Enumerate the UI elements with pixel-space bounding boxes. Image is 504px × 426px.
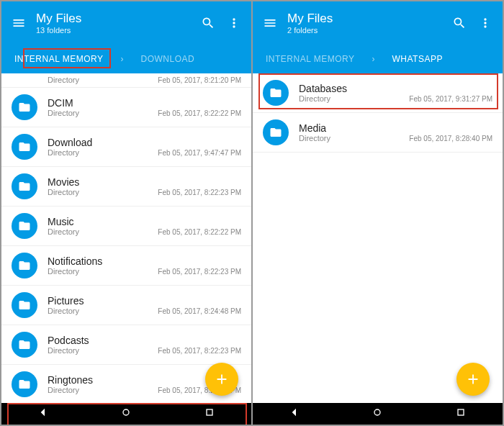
overflow-icon[interactable]: [477, 14, 494, 32]
overflow-icon[interactable]: [225, 14, 243, 32]
hamburger-icon[interactable]: [10, 14, 27, 32]
fab-add-button[interactable]: [456, 363, 490, 396]
item-timestamp: Feb 05, 2017, 9:31:27 PM: [409, 95, 492, 103]
svg-point-0: [123, 409, 129, 415]
list-item[interactable]: MediaDirectoryFeb 05, 2017, 8:28:40 PM: [253, 113, 503, 153]
item-timestamp: Feb 05, 2017, 8:22:22 PM: [158, 228, 241, 236]
list-item[interactable]: MusicDirectoryFeb 05, 2017, 8:22:22 PM: [1, 207, 251, 246]
item-timestamp: Feb 05, 2017, 8:22:23 PM: [158, 189, 241, 196]
folder-icon: [12, 292, 37, 318]
folder-icon: [12, 173, 37, 199]
item-type: Directory: [48, 267, 79, 276]
item-name: Pictures: [48, 295, 241, 307]
list-item[interactable]: MoviesDirectoryFeb 05, 2017, 8:22:23 PM: [1, 167, 251, 207]
android-navbar: [1, 403, 251, 425]
folder-icon: [263, 80, 289, 106]
list-item[interactable]: PodcastsDirectoryFeb 05, 2017, 8:22:23 P…: [1, 325, 251, 365]
list-item[interactable]: NotificationsDirectoryFeb 05, 2017, 8:22…: [1, 246, 251, 286]
item-type: Directory: [48, 148, 79, 157]
file-list[interactable]: DirectoryFeb 05, 2017, 8:21:20 PM DCIMDi…: [1, 73, 251, 403]
item-name: Music: [48, 216, 241, 227]
folder-icon: [12, 94, 37, 120]
search-icon[interactable]: [451, 14, 468, 32]
item-type: Directory: [48, 109, 79, 117]
item-type: Directory: [48, 386, 79, 394]
app-subtitle: 2 folders: [287, 26, 442, 35]
breadcrumb-item[interactable]: WHATSAPP: [388, 51, 447, 67]
item-type: Directory: [299, 134, 330, 142]
list-item[interactable]: DirectoryFeb 05, 2017, 8:21:20 PM: [1, 73, 251, 88]
item-name: Podcasts: [48, 335, 241, 346]
app-title: My Files: [36, 12, 191, 26]
item-name: Notifications: [48, 255, 241, 267]
recents-icon[interactable]: [204, 407, 215, 421]
chevron-right-icon: ›: [121, 54, 124, 64]
item-name: Databases: [299, 83, 492, 94]
hamburger-icon[interactable]: [261, 14, 279, 32]
svg-point-2: [374, 409, 380, 415]
item-type: Directory: [48, 346, 79, 355]
search-icon[interactable]: [199, 14, 217, 32]
item-type: Directory: [48, 227, 79, 236]
folder-icon: [12, 253, 37, 278]
home-icon[interactable]: [120, 407, 132, 421]
recents-icon[interactable]: [455, 407, 467, 421]
list-item[interactable]: DCIMDirectoryFeb 05, 2017, 8:22:22 PM: [1, 88, 251, 127]
breadcrumb: INTERNAL MEMORY › DOWNLOAD: [1, 45, 251, 73]
item-timestamp: Feb 05, 2017, 8:22:23 PM: [158, 268, 241, 276]
chevron-right-icon: ›: [372, 54, 375, 64]
item-timestamp: Feb 05, 2017, 8:22:22 PM: [158, 109, 241, 117]
item-timestamp: Feb 05, 2017, 9:47:47 PM: [158, 149, 241, 157]
item-name: Media: [299, 122, 492, 134]
screen-left: My Files 13 folders INTERNAL MEMORY › DO…: [1, 1, 251, 425]
folder-icon: [12, 332, 37, 358]
back-icon[interactable]: [289, 407, 300, 421]
svg-rect-1: [207, 409, 212, 415]
folder-icon: [263, 119, 289, 145]
item-name: DCIM: [48, 97, 241, 109]
folder-icon: [12, 371, 37, 397]
breadcrumb-item[interactable]: DOWNLOAD: [137, 51, 199, 67]
item-timestamp: Feb 05, 2017, 8:28:40 PM: [409, 135, 492, 142]
item-timestamp: Feb 05, 2017, 8:24:48 PM: [158, 307, 241, 315]
app-bar: My Files 13 folders: [1, 1, 251, 45]
breadcrumb-item[interactable]: INTERNAL MEMORY: [261, 51, 359, 67]
folder-icon: [12, 213, 37, 239]
fab-add-button[interactable]: [205, 363, 238, 396]
app-bar: My Files 2 folders: [253, 1, 503, 45]
breadcrumb: INTERNAL MEMORY › WHATSAPP: [253, 45, 503, 73]
back-icon[interactable]: [37, 407, 49, 421]
app-title: My Files: [287, 12, 442, 26]
list-item[interactable]: DownloadDirectoryFeb 05, 2017, 9:47:47 P…: [1, 127, 251, 167]
home-icon[interactable]: [372, 407, 383, 421]
breadcrumb-item[interactable]: INTERNAL MEMORY: [10, 51, 108, 67]
screen-right: My Files 2 folders INTERNAL MEMORY › WHA…: [253, 1, 503, 425]
list-item[interactable]: PicturesDirectoryFeb 05, 2017, 8:24:48 P…: [1, 286, 251, 325]
item-type: Directory: [48, 307, 79, 315]
item-timestamp: Feb 05, 2017, 8:22:23 PM: [158, 347, 241, 355]
item-name: Download: [48, 137, 241, 148]
android-navbar: [253, 403, 503, 425]
item-type: Directory: [48, 188, 79, 196]
folder-icon: [12, 134, 37, 160]
file-list[interactable]: DatabasesDirectoryFeb 05, 2017, 9:31:27 …: [253, 73, 503, 403]
item-type: Directory: [299, 94, 330, 103]
item-name: Movies: [48, 176, 241, 188]
list-item[interactable]: DatabasesDirectoryFeb 05, 2017, 9:31:27 …: [253, 73, 503, 113]
app-subtitle: 13 folders: [36, 26, 191, 35]
svg-rect-3: [458, 409, 464, 415]
